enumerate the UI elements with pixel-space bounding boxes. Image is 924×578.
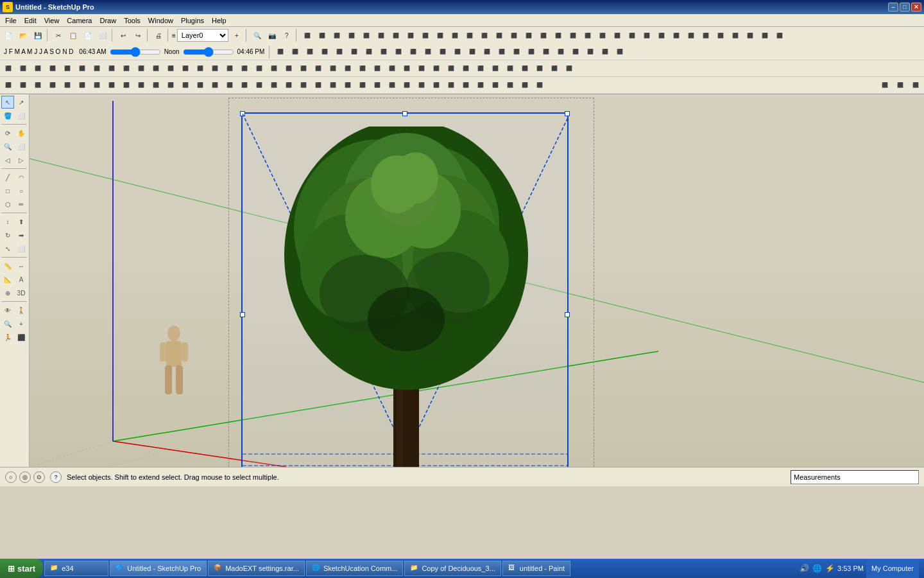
lt-text[interactable]: A xyxy=(15,273,28,286)
tb-t27[interactable]: ⬛ xyxy=(684,28,698,42)
tb-t23[interactable]: ⬛ xyxy=(625,28,639,42)
menu-window[interactable]: Window xyxy=(144,15,177,26)
tb-redo[interactable]: ↪ xyxy=(131,28,145,42)
tb-t33[interactable]: ⬛ xyxy=(773,28,787,42)
tb-s12[interactable]: ⬛ xyxy=(436,45,450,59)
lt-prev-view[interactable]: ◁ xyxy=(1,153,14,166)
lt-paint[interactable]: 🪣 xyxy=(1,109,14,122)
tb-zoom-ext[interactable]: 🔍 xyxy=(250,28,264,42)
tb-s3[interactable]: ⬛ xyxy=(303,45,317,59)
time-slider-noon[interactable] xyxy=(183,48,234,57)
tb-s6[interactable]: ⬛ xyxy=(347,45,361,59)
lt-select[interactable]: ↖ xyxy=(1,96,14,109)
tb-t18[interactable]: ⬛ xyxy=(551,28,565,42)
tb-t20[interactable]: ⬛ xyxy=(581,28,595,42)
taskbar-item-paint[interactable]: 🖼 untitled - Paint xyxy=(502,561,570,576)
tb-t15[interactable]: ⬛ xyxy=(507,28,521,42)
tb-s21[interactable]: ⬛ xyxy=(569,45,583,59)
tb-t4[interactable]: ⬛ xyxy=(345,28,359,42)
tb-d14[interactable]: ⬛ xyxy=(193,62,207,76)
tb-s11[interactable]: ⬛ xyxy=(421,45,435,59)
layer-dropdown[interactable]: Layer0 xyxy=(177,29,228,42)
tb-s7[interactable]: ⬛ xyxy=(362,45,376,59)
tb-s16[interactable]: ⬛ xyxy=(495,45,509,59)
tb-copy[interactable]: 📋 xyxy=(66,28,80,42)
tb-d34[interactable]: ⬛ xyxy=(488,62,502,76)
tb-style1[interactable]: ⬛ xyxy=(878,78,892,92)
tb-s24[interactable]: ⬛ xyxy=(613,45,627,59)
tb-e11[interactable]: ⬛ xyxy=(149,78,163,92)
tb-e33[interactable]: ⬛ xyxy=(474,78,488,92)
tb-e8[interactable]: ⬛ xyxy=(105,78,119,92)
tb-d3[interactable]: ⬛ xyxy=(31,62,45,76)
tb-d28[interactable]: ⬛ xyxy=(400,62,414,76)
tb-d1[interactable]: ⬛ xyxy=(1,62,15,76)
tb-t30[interactable]: ⬛ xyxy=(728,28,742,42)
lt-3dtext[interactable]: 3D xyxy=(15,286,28,299)
tb-t28[interactable]: ⬛ xyxy=(699,28,713,42)
tray-icon-3[interactable]: ⚡ xyxy=(825,563,835,574)
tb-s5[interactable]: ⬛ xyxy=(332,45,346,59)
tb-d10[interactable]: ⬛ xyxy=(134,62,148,76)
tb-e24[interactable]: ⬛ xyxy=(341,78,355,92)
menu-plugins[interactable]: Plugins xyxy=(177,15,208,26)
taskbar-item-mado[interactable]: 📦 MadoEXT settings.rar... xyxy=(208,561,305,576)
tb-d29[interactable]: ⬛ xyxy=(415,62,429,76)
tb-t2[interactable]: ⬛ xyxy=(315,28,329,42)
lt-move[interactable]: ↕ xyxy=(1,215,14,228)
tb-d2[interactable]: ⬛ xyxy=(16,62,30,76)
lt-scale[interactable]: ⤡ xyxy=(1,242,14,255)
tb-e25[interactable]: ⬛ xyxy=(355,78,370,92)
lt-zoom-window[interactable]: ⬜ xyxy=(15,140,28,153)
tb-d32[interactable]: ⬛ xyxy=(459,62,473,76)
handle-tm[interactable] xyxy=(402,111,407,116)
tb-t12[interactable]: ⬛ xyxy=(463,28,477,42)
tb-save[interactable]: 💾 xyxy=(31,28,45,42)
lt-circle[interactable]: ○ xyxy=(15,184,28,197)
lt-rotate[interactable]: ↻ xyxy=(1,229,14,241)
lt-zoomin[interactable]: + xyxy=(15,317,28,330)
tb-d36[interactable]: ⬛ xyxy=(518,62,532,76)
tb-t6[interactable]: ⬛ xyxy=(374,28,388,42)
lt-component-select[interactable]: ↗ xyxy=(15,96,28,109)
handle-tl[interactable] xyxy=(240,111,245,116)
tb-e7[interactable]: ⬛ xyxy=(90,78,104,92)
tb-e12[interactable]: ⬛ xyxy=(164,78,178,92)
menu-help[interactable]: Help xyxy=(208,15,230,26)
tb-e13[interactable]: ⬛ xyxy=(178,78,193,92)
tb-s8[interactable]: ⬛ xyxy=(377,45,391,59)
tb-d27[interactable]: ⬛ xyxy=(385,62,399,76)
menu-view[interactable]: View xyxy=(40,15,64,26)
tb-s15[interactable]: ⬛ xyxy=(480,45,494,59)
lt-rect[interactable]: □ xyxy=(1,184,14,197)
tb-e6[interactable]: ⬛ xyxy=(75,78,89,92)
minimize-button[interactable]: – xyxy=(888,3,898,12)
tb-s17[interactable]: ⬛ xyxy=(509,45,524,59)
menu-camera[interactable]: Camera xyxy=(63,15,96,26)
tb-e14[interactable]: ⬛ xyxy=(193,78,207,92)
tb-e1[interactable]: ⬛ xyxy=(1,78,15,92)
tb-t21[interactable]: ⬛ xyxy=(595,28,610,42)
tb-d15[interactable]: ⬛ xyxy=(208,62,222,76)
tb-d6[interactable]: ⬛ xyxy=(75,62,89,76)
status-icon-3[interactable]: ⊙ xyxy=(33,471,45,483)
lt-zoom-prev[interactable]: 🔍 xyxy=(1,317,14,330)
tb-e29[interactable]: ⬛ xyxy=(415,78,429,92)
tb-d21[interactable]: ⬛ xyxy=(296,62,311,76)
tb-paste[interactable]: 📄 xyxy=(81,28,95,42)
tb-d13[interactable]: ⬛ xyxy=(178,62,193,76)
tb-t9[interactable]: ⬛ xyxy=(418,28,432,42)
tb-e37[interactable]: ⬛ xyxy=(533,78,547,92)
tb-s20[interactable]: ⬛ xyxy=(554,45,568,59)
tb-t22[interactable]: ⬛ xyxy=(610,28,624,42)
tb-e35[interactable]: ⬛ xyxy=(503,78,517,92)
tb-t10[interactable]: ⬛ xyxy=(433,28,447,42)
tb-s19[interactable]: ⬛ xyxy=(539,45,553,59)
tb-s1[interactable]: ⬛ xyxy=(273,45,287,59)
lt-pan[interactable]: ✋ xyxy=(15,127,28,139)
tb-d9[interactable]: ⬛ xyxy=(119,62,133,76)
tb-e5[interactable]: ⬛ xyxy=(60,78,74,92)
tb-s9[interactable]: ⬛ xyxy=(391,45,406,59)
tb-t16[interactable]: ⬛ xyxy=(522,28,536,42)
tb-e9[interactable]: ⬛ xyxy=(119,78,133,92)
